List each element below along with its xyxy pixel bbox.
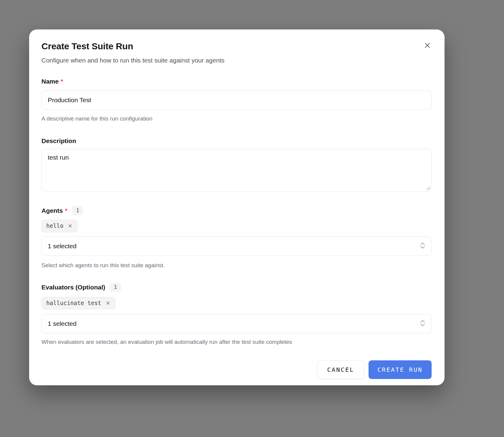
evaluator-chip: hallucinate test [41,297,115,310]
evaluators-label-row: Evaluators (Optional) 1 [41,283,432,292]
evaluators-count-badge: 1 [110,283,121,292]
description-label: Description [41,137,76,145]
required-marker: * [61,78,63,85]
name-label-row: Name * [41,78,432,85]
evaluators-select-value: 1 selected [48,320,77,327]
agents-chip-row: hello [41,220,432,232]
agents-select[interactable]: 1 selected [41,237,432,256]
dialog-footer: CANCEL CREATE RUN [41,360,432,379]
evaluators-helper-text: When evaluators are selected, an evaluat… [41,338,432,346]
description-textarea-wrap: test run [41,149,432,191]
agents-count-badge: 1 [72,206,83,215]
agent-chip-label: hello [46,222,63,230]
evaluator-chip-label: hallucinate test [46,300,101,307]
evaluators-label: Evaluators (Optional) [41,283,105,291]
evaluators-select[interactable]: 1 selected [41,314,432,333]
required-marker: * [65,207,67,214]
name-label: Name [41,78,59,85]
name-input[interactable] [41,90,432,110]
evaluators-chip-row: hallucinate test [41,297,432,310]
agents-label-row: Agents * 1 [41,206,432,215]
description-label-row: Description [41,137,432,145]
close-icon [423,41,432,50]
chevron-up-down-icon [419,319,426,328]
agent-chip: hello [41,220,77,232]
cancel-button[interactable]: CANCEL [317,360,364,379]
agents-label: Agents [41,207,63,214]
dialog-subtitle: Configure when and how to run this test … [41,56,432,64]
description-textarea[interactable]: test run [41,149,432,191]
close-button[interactable] [423,41,432,50]
dialog-title: Create Test Suite Run [41,41,432,52]
agents-helper-text: Select which agents to run this test sui… [41,262,432,269]
remove-icon[interactable] [68,223,73,228]
name-helper-text: A descriptive name for this run configur… [41,115,432,123]
remove-icon[interactable] [105,301,111,306]
create-test-suite-run-dialog: Create Test Suite Run Configure when and… [29,29,445,385]
create-run-button[interactable]: CREATE RUN [369,360,432,379]
chevron-up-down-icon [419,242,426,251]
agents-select-value: 1 selected [48,243,77,250]
